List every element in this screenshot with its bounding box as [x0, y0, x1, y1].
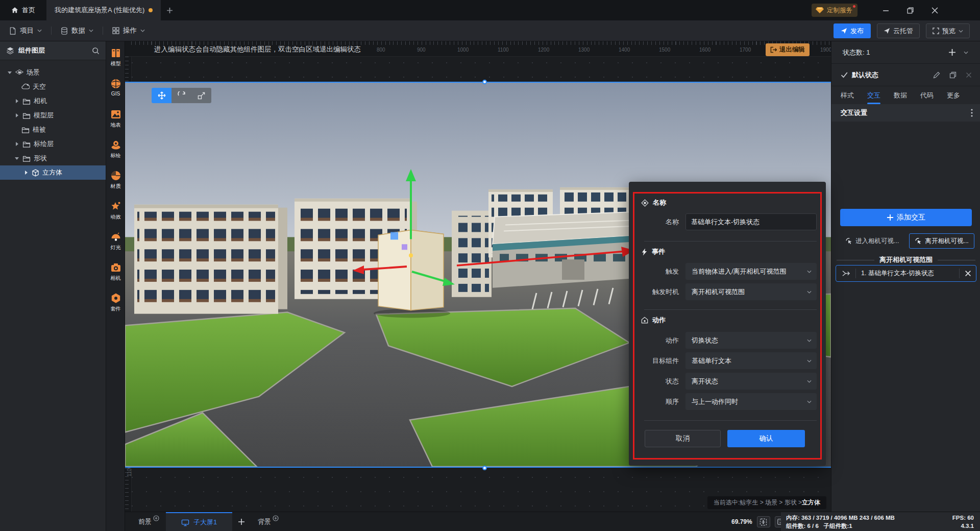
tab-code[interactable]: 代码 [920, 87, 934, 104]
menu-operation[interactable]: 操作 [103, 20, 154, 41]
tree-item-shapes[interactable]: 形状 [0, 151, 106, 165]
confirm-button[interactable]: 确认 [727, 430, 805, 447]
expander-icon[interactable] [7, 71, 12, 74]
add-foreground-button[interactable] [153, 515, 159, 521]
foreground-tab[interactable]: 前景 [131, 512, 166, 531]
chevron-down-icon [959, 30, 963, 33]
scale-icon [198, 92, 205, 100]
exit-edit-button[interactable]: 退出编辑 [766, 43, 810, 56]
model-icon [110, 47, 121, 59]
scene-icon [15, 69, 23, 76]
minimize-button[interactable] [880, 5, 891, 16]
tool-label: 标绘 [107, 152, 124, 159]
close-button[interactable] [929, 5, 940, 16]
expander-icon[interactable] [14, 142, 19, 146]
tool-model[interactable]: 模型 [106, 47, 125, 67]
circle-plus-icon [273, 515, 279, 521]
rotate-tool-button[interactable] [172, 88, 191, 103]
menu-data[interactable]: 数据 [52, 20, 103, 41]
fit-screen-button[interactable] [757, 516, 770, 527]
tool-material[interactable]: 材质 [106, 170, 125, 190]
duplicate-state-button[interactable] [949, 71, 957, 79]
menu-project-label: 项目 [20, 26, 34, 35]
selection-handle-bottom[interactable] [482, 466, 487, 470]
tool-light[interactable]: 灯光 [106, 231, 125, 251]
state-count-row: 状态数: 1 [831, 41, 980, 64]
default-state-row[interactable]: 默认状态 [831, 64, 980, 86]
chip-enter-camera-range[interactable]: 进入相机可视... [840, 233, 904, 249]
search-icon[interactable] [92, 47, 100, 55]
expander-icon[interactable] [14, 99, 19, 103]
document-tab[interactable]: 我的建筑底座场景A (性能优先) [46, 0, 161, 20]
menu-project[interactable]: 项目 [0, 20, 51, 41]
add-background-button[interactable] [273, 515, 279, 521]
tool-camera[interactable]: 相机 [106, 262, 125, 282]
cloud-hosting-button[interactable]: 云托管 [877, 23, 920, 38]
chevron-down-icon [807, 380, 812, 383]
add-state-button[interactable] [944, 49, 960, 56]
tool-terrain[interactable]: 地表 [106, 109, 125, 129]
custom-service-badge[interactable]: 定制服务 [812, 4, 857, 17]
cursor-click-icon [915, 237, 922, 245]
tab-style[interactable]: 样式 [841, 87, 854, 104]
tool-gis[interactable]: GIS [106, 78, 125, 96]
interaction-action-item[interactable]: 1. 基础单行文本-切换状态 [836, 265, 976, 282]
layers-icon [6, 46, 14, 55]
tab-data[interactable]: 数据 [894, 87, 907, 104]
move-tool-button[interactable] [152, 88, 172, 103]
action-value: 切换状态 [692, 336, 718, 345]
preview-button[interactable]: 预览 [926, 23, 970, 38]
add-interaction-button[interactable]: 添加交互 [840, 209, 972, 226]
trigger-select[interactable]: 当前物体进入/离开相机可视范围 [685, 263, 817, 280]
rename-state-button[interactable] [933, 71, 940, 79]
tree-item-cube-selected[interactable]: 立方体 [0, 165, 106, 180]
background-tab[interactable]: 背景 [251, 512, 285, 531]
target-select[interactable]: 基础单行文本 [685, 352, 817, 369]
cancel-button[interactable]: 取消 [645, 430, 721, 447]
timing-select[interactable]: 离开相机可视范围 [685, 283, 817, 300]
publish-button[interactable]: 发布 [834, 23, 871, 38]
selected-cube[interactable] [378, 230, 444, 310]
menu-data-label: 数据 [71, 26, 85, 35]
order-select[interactable]: 与上一动作同时 [685, 393, 817, 410]
section-menu-button[interactable] [971, 109, 973, 117]
order-value: 与上一动作同时 [692, 397, 738, 406]
expander-icon[interactable] [14, 113, 19, 117]
chip-leave-camera-range[interactable]: 离开相机可视... [909, 233, 974, 249]
add-screen-button[interactable] [232, 512, 251, 531]
name-input[interactable] [685, 213, 817, 230]
tree-item-model-layer[interactable]: 模型层 [0, 108, 106, 123]
screen-tab-active[interactable]: 子大屏1 [166, 512, 232, 531]
new-tab-button[interactable] [161, 0, 178, 20]
delete-state-button[interactable] [966, 72, 972, 78]
collapse-states-button[interactable] [960, 51, 972, 54]
tool-animation[interactable]: 动效 [106, 201, 125, 221]
tab-more[interactable]: 更多 [947, 87, 960, 104]
restore-button[interactable] [904, 5, 916, 16]
close-icon [965, 270, 971, 277]
state-select[interactable]: 离开状态 [685, 373, 817, 390]
layers-panel-title: 组件图层 [18, 46, 88, 55]
tree-item-label: 植被 [33, 125, 46, 134]
selection-handle-top[interactable] [482, 80, 487, 84]
tab-interaction[interactable]: 交互 [867, 87, 880, 104]
close-icon [966, 72, 972, 78]
action-label: 动作 [666, 336, 679, 345]
home-tab[interactable]: 首页 [0, 0, 46, 20]
foreground-label: 前景 [138, 517, 152, 526]
expander-icon[interactable] [23, 171, 29, 175]
document-icon [9, 27, 16, 35]
action-select[interactable]: 切换状态 [685, 332, 817, 349]
scale-tool-button[interactable] [191, 88, 211, 103]
event-section-header: 事件 [641, 247, 665, 256]
tree-item-camera-layer[interactable]: 相机 [0, 94, 106, 108]
home-icon [11, 7, 18, 14]
tool-plot[interactable]: 标绘 [106, 139, 125, 159]
expander-icon[interactable] [14, 157, 19, 160]
tree-item-plot-layer[interactable]: 标绘层 [0, 137, 106, 151]
tree-item-sky[interactable]: 天空 [0, 80, 106, 94]
tree-item-scene[interactable]: 场景 [0, 65, 106, 80]
remove-action-button[interactable] [960, 270, 976, 277]
tool-kit[interactable]: 套件 [106, 293, 125, 312]
tree-item-vegetation[interactable]: 植被 [0, 123, 106, 137]
